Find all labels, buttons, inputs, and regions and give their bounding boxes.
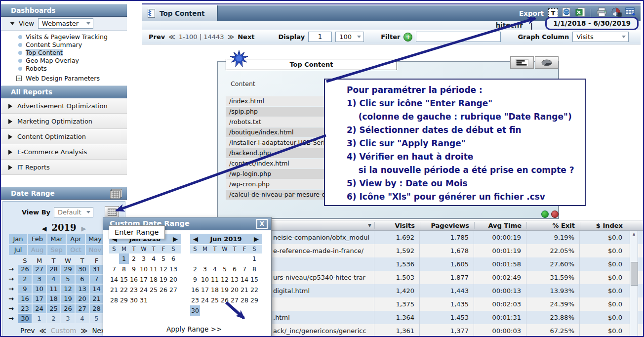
day-cell[interactable]: 4 — [47, 275, 60, 284]
day-cell[interactable] — [168, 295, 178, 305]
month-cell[interactable]: Feb — [28, 234, 46, 244]
day-cell[interactable] — [220, 305, 230, 316]
pie-chart-button[interactable] — [535, 56, 559, 69]
month-cell[interactable]: Sep — [47, 245, 66, 255]
day-cell[interactable]: 22 — [119, 285, 129, 295]
day-cell[interactable]: 3 — [139, 253, 149, 264]
day-cell[interactable]: 3 — [61, 314, 75, 323]
day-cell[interactable]: 20 — [76, 295, 89, 303]
scroll-up-icon[interactable]: ∧ — [630, 231, 638, 239]
day-cell[interactable]: 7 — [109, 264, 119, 274]
month-cell[interactable]: Apr — [67, 234, 85, 244]
day-cell[interactable] — [249, 305, 259, 316]
calendar-header-icon[interactable] — [110, 189, 122, 203]
day-cell[interactable]: 18 — [210, 285, 220, 295]
day-cell[interactable]: → — [5, 265, 17, 274]
day-cell[interactable]: 5 — [220, 264, 230, 274]
day-cell[interactable]: 28 — [90, 304, 103, 313]
view-by-select[interactable]: Default — [54, 207, 93, 217]
day-cell[interactable]: 9 — [18, 285, 32, 294]
col-avgtime-header[interactable]: Avg Time — [474, 222, 526, 229]
day-cell[interactable] — [220, 253, 230, 264]
tab-top-content[interactable]: Top Content — [142, 5, 218, 21]
next-month-arrow[interactable]: ▶ — [254, 235, 259, 243]
sidebar-tree-item[interactable]: Robots — [1, 65, 127, 73]
day-cell[interactable]: 29 — [61, 265, 75, 274]
day-cell[interactable]: 6 — [168, 253, 178, 264]
day-cell[interactable]: 11 — [210, 274, 220, 285]
day-cell[interactable]: 23 — [190, 295, 200, 305]
day-cell[interactable]: 19 — [159, 274, 168, 285]
day-cell[interactable] — [230, 253, 240, 264]
month-cell[interactable]: Mar — [47, 234, 66, 244]
day-cell[interactable]: 4 — [149, 253, 159, 264]
day-cell[interactable]: 26 — [159, 285, 168, 295]
day-cell[interactable]: 29 — [249, 295, 259, 305]
display-start-input[interactable]: 1 — [308, 32, 332, 42]
day-cell[interactable]: 4 — [76, 314, 89, 323]
sort-desc-icon[interactable]: ▼ — [368, 223, 371, 228]
day-cell[interactable]: 23 — [129, 285, 139, 295]
day-cell[interactable]: 25 — [210, 295, 220, 305]
day-cell[interactable]: 3 — [200, 264, 210, 274]
day-cell[interactable]: 31 — [90, 265, 103, 274]
day-cell[interactable]: 26 — [61, 304, 75, 313]
fast-prev-icon[interactable]: ≪ — [39, 327, 46, 335]
expand-plus-icon[interactable]: + — [16, 76, 22, 81]
day-cell[interactable]: 24 — [33, 304, 46, 313]
day-cell[interactable]: 24 — [139, 285, 149, 295]
day-cell[interactable]: 30 — [129, 295, 139, 305]
day-cell[interactable]: 26 — [220, 295, 230, 305]
sidebar-tree-item[interactable]: Top Content — [1, 49, 127, 57]
fast-prev-icon[interactable]: ≪ — [168, 33, 175, 41]
day-cell[interactable]: → — [5, 285, 17, 294]
day-cell[interactable]: 2 — [47, 314, 60, 323]
sidebar-tree-item-expandable[interactable]: + Web Design Parameters — [1, 75, 127, 83]
col-pageviews-header[interactable]: Pageviews — [420, 222, 474, 229]
next-year-arrow[interactable]: ▶ — [81, 225, 86, 232]
day-cell[interactable]: 17 — [33, 295, 46, 303]
day-cell[interactable]: 16 — [129, 274, 139, 285]
add-filter-icon[interactable]: + — [403, 33, 412, 42]
view-select[interactable]: Webmaster — [38, 18, 93, 29]
day-cell[interactable]: 26 — [18, 265, 32, 274]
day-cell[interactable] — [200, 253, 210, 264]
month-cell[interactable]: Aug — [28, 245, 46, 255]
day-cell[interactable]: 15 — [249, 274, 259, 285]
month-cell[interactable]: Nov — [86, 245, 104, 255]
report-group-item[interactable]: Content Optimization — [1, 129, 127, 144]
col-visits-header[interactable]: Visits — [374, 222, 420, 229]
day-cell[interactable]: 23 — [18, 304, 32, 313]
day-cell[interactable] — [210, 253, 220, 264]
day-cell[interactable]: 16 — [190, 285, 200, 295]
day-cell[interactable]: 11 — [149, 264, 159, 274]
day-cell[interactable]: 3 — [33, 275, 46, 284]
day-cell[interactable]: 8 — [249, 264, 259, 274]
table-scrollbar[interactable]: ∧ — [630, 231, 638, 337]
day-cell[interactable]: 13 — [76, 285, 89, 294]
day-cell[interactable]: 21 — [90, 295, 103, 303]
day-cell[interactable]: 9 — [129, 264, 139, 274]
day-cell[interactable]: 6 — [76, 275, 89, 284]
day-cell[interactable]: 28 — [47, 265, 60, 274]
day-cell[interactable]: → — [5, 295, 17, 303]
day-cell[interactable]: 30 — [190, 305, 200, 316]
day-cell[interactable]: 31 — [139, 295, 149, 305]
day-cell[interactable] — [190, 253, 200, 264]
day-cell[interactable]: 14 — [90, 285, 103, 294]
day-cell[interactable]: 2 — [190, 264, 200, 274]
day-cell[interactable]: 28 — [240, 295, 249, 305]
graph-column-select[interactable]: Visits — [572, 32, 629, 42]
day-cell[interactable]: 7 — [240, 264, 249, 274]
day-cell[interactable]: 13 — [168, 264, 178, 274]
day-cell[interactable]: → — [5, 304, 17, 313]
day-cell[interactable]: 15 — [119, 274, 129, 285]
day-cell[interactable]: 20 — [168, 274, 178, 285]
scrollbar-thumb[interactable] — [631, 262, 638, 286]
day-cell[interactable]: 27 — [76, 304, 89, 313]
day-cell[interactable]: 21 — [240, 285, 249, 295]
day-cell[interactable]: 27 — [230, 295, 240, 305]
month-cell[interactable]: May — [86, 234, 104, 244]
sidebar-tree-item[interactable]: Geo Map Overlay — [1, 57, 127, 65]
day-cell[interactable] — [240, 305, 249, 316]
